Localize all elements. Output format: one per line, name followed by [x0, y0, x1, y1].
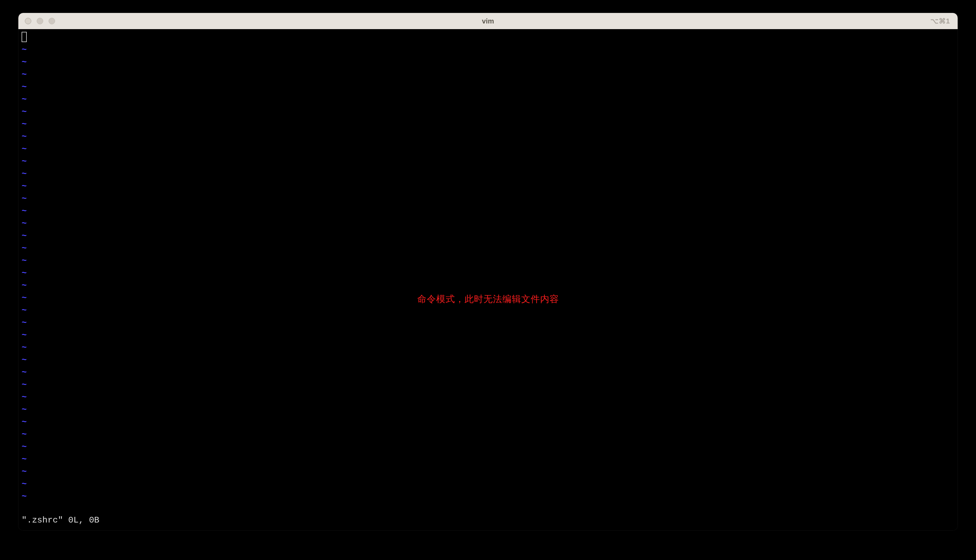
empty-line-marker: ~ [22, 168, 954, 180]
empty-line-marker: ~ [22, 478, 954, 490]
empty-line-marker: ~ [22, 93, 954, 106]
empty-line-marker: ~ [22, 180, 954, 193]
window-title: vim [482, 17, 494, 25]
empty-line-marker: ~ [22, 304, 954, 317]
empty-line-marker: ~ [22, 441, 954, 453]
empty-line-marker: ~ [22, 366, 954, 379]
empty-line-marker: ~ [22, 403, 954, 416]
vim-editor-area[interactable]: ~~~~~~~~~~~~~~~~~~~~~~~~~~~~~~~~~~~~~ ".… [18, 29, 958, 530]
empty-line-marker: ~ [22, 466, 954, 478]
empty-line-marker: ~ [22, 44, 954, 56]
tab-shortcut-indicator: ⌥⌘1 [930, 17, 950, 25]
empty-line-marker: ~ [22, 118, 954, 130]
empty-line-marker: ~ [22, 329, 954, 342]
empty-line-marker: ~ [22, 342, 954, 354]
vim-status-line: ".zshrc" 0L, 0B [22, 514, 99, 527]
empty-line-marker: ~ [22, 193, 954, 205]
empty-line-marker: ~ [22, 354, 954, 366]
window-controls [18, 18, 55, 24]
empty-line-marker: ~ [22, 130, 954, 143]
text-cursor [22, 32, 27, 42]
empty-line-marker: ~ [22, 416, 954, 428]
empty-line-marker: ~ [22, 68, 954, 81]
empty-line-marker: ~ [22, 280, 954, 292]
empty-line-marker: ~ [22, 255, 954, 267]
empty-line-marker: ~ [22, 106, 954, 118]
empty-line-marker: ~ [22, 56, 954, 68]
window-zoom-button[interactable] [48, 18, 55, 24]
empty-line-marker: ~ [22, 242, 954, 255]
empty-line-marker: ~ [22, 453, 954, 466]
cursor-line [22, 31, 954, 44]
window-close-button[interactable] [25, 18, 31, 24]
empty-line-marker: ~ [22, 490, 954, 503]
window-titlebar: vim ⌥⌘1 [18, 13, 958, 29]
terminal-window: vim ⌥⌘1 ~~~~~~~~~~~~~~~~~~~~~~~~~~~~~~~~… [18, 13, 958, 530]
window-minimize-button[interactable] [37, 18, 43, 24]
mode-annotation-overlay: 命令模式，此时无法编辑文件内容 [417, 293, 559, 305]
empty-line-marker: ~ [22, 379, 954, 391]
empty-line-marker: ~ [22, 230, 954, 242]
empty-line-marker: ~ [22, 428, 954, 441]
empty-line-marker: ~ [22, 217, 954, 230]
empty-line-marker: ~ [22, 267, 954, 280]
empty-line-marker: ~ [22, 391, 954, 403]
empty-line-marker: ~ [22, 205, 954, 217]
empty-line-marker: ~ [22, 81, 954, 93]
empty-line-marker: ~ [22, 317, 954, 329]
empty-line-marker: ~ [22, 143, 954, 155]
empty-line-marker: ~ [22, 155, 954, 168]
